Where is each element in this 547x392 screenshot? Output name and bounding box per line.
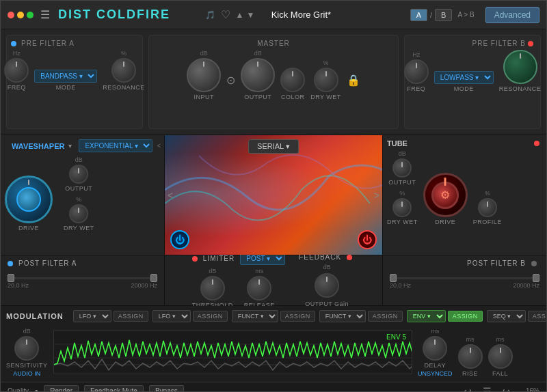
close-button[interactable] — [8, 12, 14, 18]
post-filter-a-low-thumb[interactable] — [8, 274, 14, 282]
post-filter-b-high-thumb[interactable] — [533, 274, 539, 282]
prev-preset-icon[interactable]: ▲ — [236, 10, 244, 20]
bypass-button[interactable]: Bypass — [149, 385, 184, 391]
mod-funct1-select[interactable]: FUNCT ▾ — [232, 310, 278, 322]
ab-arrow-label[interactable]: A > B — [457, 11, 474, 18]
maximize-button[interactable] — [27, 12, 34, 18]
post-filter-b-low-freq[interactable]: 20.0 Hz — [390, 282, 411, 289]
menu-dots-icon[interactable]: ☰ — [480, 384, 494, 392]
limiter-indicator[interactable] — [192, 256, 198, 262]
tube-output-knob[interactable] — [392, 158, 412, 178]
rise-knob[interactable] — [458, 344, 483, 369]
pre-filter-b-indicator[interactable] — [528, 41, 533, 46]
env-knobs: ms DELAY UNSYNCED ms RISE ms FALL — [418, 328, 541, 377]
pre-filter-a-indicator[interactable] — [11, 41, 16, 46]
tube-output-section: dB OUTPUT % DRY WET — [387, 150, 418, 225]
freq-a-group: Hz FREQ — [4, 50, 29, 91]
post-filter-a-high-freq[interactable]: 20000 Hz — [131, 282, 157, 289]
mod-lfo2-select[interactable]: LFO ▾ — [152, 310, 191, 322]
preset-name[interactable]: Kick More Grit* — [260, 10, 342, 20]
input-knob[interactable] — [187, 58, 221, 92]
ab-a-button[interactable]: A — [410, 9, 427, 21]
fall-knob[interactable] — [488, 344, 513, 369]
resonance-a-knob[interactable] — [111, 58, 136, 83]
sensitivity-section: dB SENSITIVITY AUDIO IN — [6, 328, 48, 377]
mod-lfo1-assign[interactable]: ASSIGN — [114, 311, 148, 322]
post-filter-b-indicator[interactable] — [531, 261, 537, 266]
feedback-indicator[interactable] — [347, 255, 352, 260]
tube-indicator[interactable] — [534, 141, 539, 146]
limiter-db-label: dB — [209, 268, 216, 275]
advanced-button[interactable]: Advanced — [485, 7, 539, 23]
link-icon[interactable]: ⊙ — [226, 74, 235, 87]
minimize-button[interactable] — [17, 12, 24, 18]
waveshaper-title: WAVESHAPER — [12, 142, 64, 150]
post-filter-a-low-freq[interactable]: 20.0 Hz — [8, 282, 29, 289]
rise-label: RISE — [462, 370, 478, 377]
color-label: COLOR — [281, 94, 305, 100]
delay-knob[interactable] — [423, 336, 447, 361]
waveshaper-type-select[interactable]: EXPONENTIAL ▾ — [79, 139, 152, 152]
drive-knob[interactable] — [5, 176, 53, 223]
ws-drywet-knob[interactable] — [69, 204, 88, 223]
ws-output-section: dB OUTPUT % DRY WET — [64, 156, 94, 232]
mod-lfo1-select[interactable]: LFO ▾ — [73, 310, 111, 322]
favorite-icon[interactable]: ♡ — [221, 8, 230, 21]
mode-b-select[interactable]: LOWPASS ▾ BANDPASS HIGHPASS — [434, 71, 494, 84]
mode-a-select[interactable]: BANDPASS ▾ LOWPASS HIGHPASS — [34, 70, 97, 83]
ws-output-knob[interactable] — [69, 165, 88, 184]
feedback-mute-button[interactable]: Feedback Mute — [84, 385, 144, 391]
limiter-threshold-group: dB THRESHOLD — [192, 268, 233, 309]
mod-env-assign[interactable]: ASSIGN — [448, 311, 483, 322]
post-filter-a-indicator[interactable] — [8, 261, 13, 266]
resonance-b-knob[interactable] — [503, 50, 537, 84]
sensitivity-knob[interactable] — [14, 336, 39, 361]
output-knob[interactable] — [241, 58, 275, 92]
color-knob[interactable] — [280, 68, 305, 92]
waveshaper-prev[interactable]: < — [157, 142, 161, 150]
redo-icon[interactable]: ↪ — [500, 384, 513, 392]
mod-env-select[interactable]: ENV ▾ — [407, 310, 446, 322]
percent-label-master: % — [323, 59, 328, 66]
center-prev[interactable]: < — [168, 190, 173, 201]
serial-dropdown[interactable]: SERIAL ▾ — [248, 139, 299, 154]
menu-icon[interactable]: ☰ — [40, 8, 50, 21]
next-preset-icon[interactable]: ▼ — [247, 10, 255, 20]
lock-icon[interactable]: 🔒 — [347, 74, 360, 87]
post-filter-b-low-thumb[interactable] — [390, 274, 397, 282]
waveshaper-chevron[interactable]: ▾ — [68, 142, 72, 150]
freq-a-knob[interactable] — [4, 58, 29, 83]
mod-funct1-assign[interactable]: ASSIGN — [280, 311, 315, 322]
quality-indicator[interactable]: ● — [34, 387, 38, 391]
tube-drywet-knob[interactable] — [392, 198, 412, 217]
rise-knob-group: ms RISE — [458, 336, 483, 377]
browser-icon[interactable]: 🎵 — [205, 10, 215, 20]
mod-funct2-assign[interactable]: ASSIGN — [368, 311, 403, 322]
mod-seq-select[interactable]: SEQ ▾ — [487, 310, 526, 322]
tube-drive-knob[interactable]: ⚙ — [423, 173, 468, 217]
post-filter-a-high-thumb[interactable] — [150, 274, 157, 282]
limiter-threshold-knob[interactable] — [200, 276, 225, 300]
center-next[interactable]: > — [374, 190, 379, 201]
mod-funct2-select[interactable]: FUNCT ▾ — [319, 310, 366, 322]
input-label: INPUT — [194, 94, 214, 100]
tube-profile-knob[interactable] — [478, 198, 497, 217]
undo-icon[interactable]: ↩ — [461, 384, 475, 392]
freq-b-knob[interactable] — [404, 59, 429, 84]
ab-b-button[interactable]: B — [435, 9, 452, 21]
feedback-output-knob[interactable] — [315, 273, 339, 298]
post-filter-b-high-freq[interactable]: 20000 Hz — [513, 282, 539, 289]
tube-pct-label: % — [399, 190, 405, 197]
hz-label-b: Hz — [412, 51, 420, 58]
drywet-master-label: DRY WET — [310, 94, 341, 100]
mod-seq-assign[interactable]: ASSIGN — [528, 311, 546, 322]
pre-filter-a-title: PRE FILTER A — [21, 40, 75, 47]
power-btn-left[interactable]: ⏻ — [170, 230, 189, 249]
mod-lfo2-assign[interactable]: ASSIGN — [193, 311, 228, 322]
render-button[interactable]: Render — [44, 385, 79, 391]
power-btn-right[interactable]: ⏻ — [358, 230, 377, 249]
limiter-release-knob[interactable] — [247, 276, 271, 300]
tube-profile-label: PROFILE — [473, 219, 502, 225]
zoom-level: 16% — [519, 387, 539, 391]
drywet-master-knob[interactable] — [314, 68, 338, 92]
